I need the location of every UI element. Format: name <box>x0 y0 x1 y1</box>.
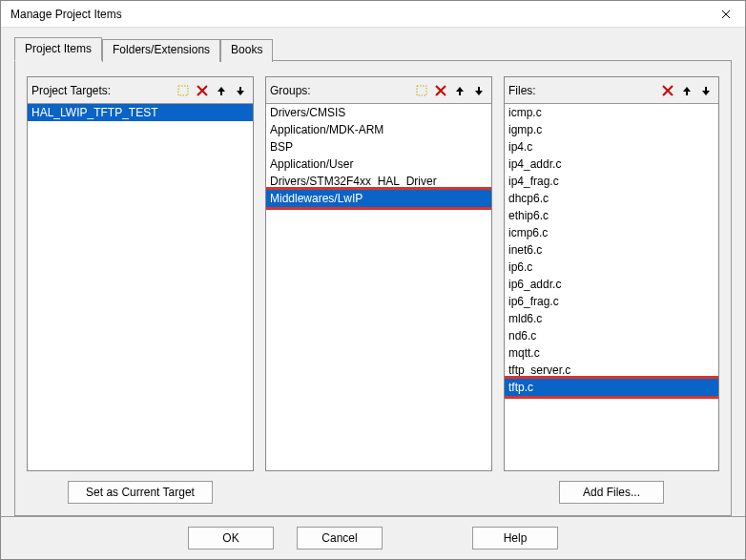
delete-x-icon <box>197 85 208 96</box>
move-target-up-button[interactable] <box>213 82 230 99</box>
arrow-down-icon <box>235 85 246 96</box>
groups-header: Groups: <box>266 77 491 104</box>
window: Manage Project Items Project Items Folde… <box>0 0 746 560</box>
new-icon <box>415 84 428 97</box>
project-targets-panel: Project Targets: HAL_LWIP_TFTP_TEST <box>27 76 254 471</box>
new-group-button[interactable] <box>413 82 430 99</box>
move-file-down-button[interactable] <box>697 82 715 99</box>
list-item[interactable]: tftp_server.c <box>505 362 718 379</box>
list-item[interactable]: inet6.c <box>505 241 718 259</box>
close-icon <box>721 10 731 19</box>
move-group-down-button[interactable] <box>470 82 487 99</box>
list-item[interactable]: Middlewares/LwIP <box>266 190 491 207</box>
window-title: Manage Project Items <box>10 8 707 21</box>
titlebar: Manage Project Items <box>1 1 745 28</box>
list-item[interactable]: ip6_addr.c <box>505 276 718 293</box>
svg-rect-1 <box>417 86 426 95</box>
project-targets-label: Project Targets: <box>31 84 173 97</box>
list-item[interactable]: Drivers/STM32F4xx_HAL_Driver <box>266 173 491 190</box>
list-item[interactable]: mld6.c <box>505 310 718 327</box>
project-targets-header: Project Targets: <box>28 77 253 104</box>
files-panel: Files: icmp.cigmp.cip4.cip4_addr.cip4_fr… <box>504 76 719 471</box>
list-item[interactable]: ethip6.c <box>505 207 718 224</box>
set-current-target-button[interactable]: Set as Current Target <box>68 481 213 504</box>
list-item[interactable]: HAL_LWIP_TFTP_TEST <box>28 104 253 121</box>
tab-project-items[interactable]: Project Items <box>14 37 102 61</box>
arrow-up-icon <box>216 85 227 96</box>
groups-panel: Groups: Drivers/CMSISApplication/MDK-ARM… <box>265 76 492 471</box>
files-label: Files: <box>508 84 657 97</box>
list-item[interactable]: ip4.c <box>505 138 718 156</box>
list-item[interactable]: ip6_frag.c <box>505 293 718 310</box>
project-targets-listbox[interactable]: HAL_LWIP_TFTP_TEST <box>28 104 253 470</box>
move-target-down-button[interactable] <box>232 82 249 99</box>
arrow-up-icon <box>681 85 693 96</box>
dialog-body: Project Items Folders/Extensions Books P… <box>1 28 745 516</box>
list-item[interactable]: BSP <box>266 138 491 156</box>
dialog-footer: OK Cancel Help <box>1 516 745 559</box>
files-header: Files: <box>505 77 718 104</box>
list-item[interactable]: icmp.c <box>505 104 718 121</box>
tab-folders-extensions[interactable]: Folders/Extensions <box>102 39 220 62</box>
arrow-down-icon <box>473 85 485 96</box>
list-item[interactable]: Drivers/CMSIS <box>266 104 491 121</box>
tab-panel-project-items: Project Targets: HAL_LWIP_TFTP_TEST Grou… <box>14 60 732 516</box>
groups-label: Groups: <box>270 84 411 97</box>
arrow-down-icon <box>700 85 712 96</box>
delete-group-button[interactable] <box>432 82 449 99</box>
below-buttons-row: Set as Current Target Add Files... <box>27 471 719 504</box>
move-file-up-button[interactable] <box>678 82 695 99</box>
list-item[interactable]: icmp6.c <box>505 224 718 241</box>
delete-x-icon <box>435 85 446 96</box>
delete-file-button[interactable] <box>659 82 676 99</box>
list-item[interactable]: ip4_addr.c <box>505 156 718 173</box>
list-item[interactable]: ip4_frag.c <box>505 173 718 190</box>
list-item[interactable]: dhcp6.c <box>505 190 718 207</box>
groups-listbox[interactable]: Drivers/CMSISApplication/MDK-ARMBSPAppli… <box>266 104 491 470</box>
arrow-up-icon <box>454 85 466 96</box>
files-listbox[interactable]: icmp.cigmp.cip4.cip4_addr.cip4_frag.cdhc… <box>505 104 718 470</box>
tab-bar: Project Items Folders/Extensions Books <box>14 37 732 60</box>
ok-button[interactable]: OK <box>188 527 274 550</box>
help-button[interactable]: Help <box>472 527 558 550</box>
list-item[interactable]: Application/User <box>266 156 491 173</box>
move-group-up-button[interactable] <box>451 82 468 99</box>
columns: Project Targets: HAL_LWIP_TFTP_TEST Grou… <box>27 76 719 471</box>
tab-books[interactable]: Books <box>220 39 273 62</box>
cancel-button[interactable]: Cancel <box>297 527 383 550</box>
list-item[interactable]: igmp.c <box>505 121 718 138</box>
close-button[interactable] <box>707 1 745 28</box>
new-icon <box>176 84 190 97</box>
list-item[interactable]: Application/MDK-ARM <box>266 121 491 138</box>
add-files-button[interactable]: Add Files... <box>559 481 664 504</box>
delete-x-icon <box>662 85 673 96</box>
list-item[interactable]: mqtt.c <box>505 344 718 362</box>
svg-rect-0 <box>178 86 188 95</box>
list-item[interactable]: nd6.c <box>505 327 718 344</box>
list-item[interactable]: ip6.c <box>505 259 718 276</box>
list-item[interactable]: tftp.c <box>505 379 718 396</box>
new-target-button[interactable] <box>175 82 192 99</box>
delete-target-button[interactable] <box>194 82 211 99</box>
